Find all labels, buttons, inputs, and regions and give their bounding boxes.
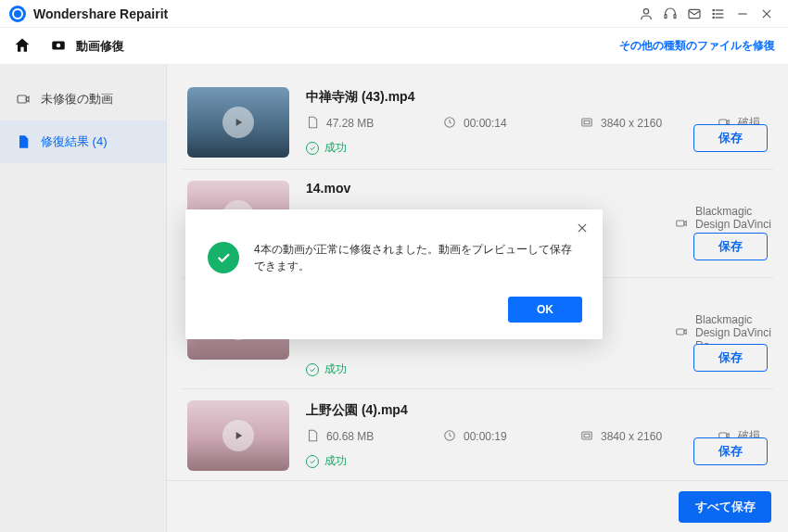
video-repair-icon <box>50 37 69 56</box>
svg-point-7 <box>713 9 714 10</box>
success-check-icon <box>208 242 239 273</box>
other-file-types-link[interactable]: その他の種類のファイルを修復 <box>619 38 775 54</box>
titlebar: Wondershare Repairit <box>0 0 788 28</box>
headset-icon[interactable] <box>658 2 682 26</box>
svg-rect-2 <box>674 14 676 18</box>
account-icon[interactable] <box>634 2 658 26</box>
mail-icon[interactable] <box>682 2 706 26</box>
app-logo-icon <box>9 6 26 22</box>
svg-rect-1 <box>665 14 667 18</box>
svg-point-9 <box>713 17 714 18</box>
toolbar: 動画修復 その他の種類のファイルを修復 <box>0 28 788 65</box>
svg-point-0 <box>643 8 648 13</box>
modal-close-button[interactable] <box>573 219 591 237</box>
modal-ok-button[interactable]: OK <box>508 297 582 323</box>
success-modal: 4本の動画が正常に修復されました。動画をプレビューして保存できます。 OK <box>185 209 603 339</box>
app-title: Wondershare Repairit <box>33 6 168 21</box>
close-button[interactable] <box>755 2 779 26</box>
home-icon[interactable] <box>13 36 33 57</box>
modal-overlay: 4本の動画が正常に修復されました。動画をプレビューして保存できます。 OK <box>0 65 788 532</box>
minimize-button[interactable] <box>731 2 755 26</box>
svg-point-8 <box>713 13 714 14</box>
section-title: 動画修復 <box>76 38 124 55</box>
menu-icon[interactable] <box>706 2 731 26</box>
modal-message: 4本の動画が正常に修復されました。動画をプレビューして保存できます。 <box>254 241 577 274</box>
svg-point-14 <box>57 43 61 47</box>
